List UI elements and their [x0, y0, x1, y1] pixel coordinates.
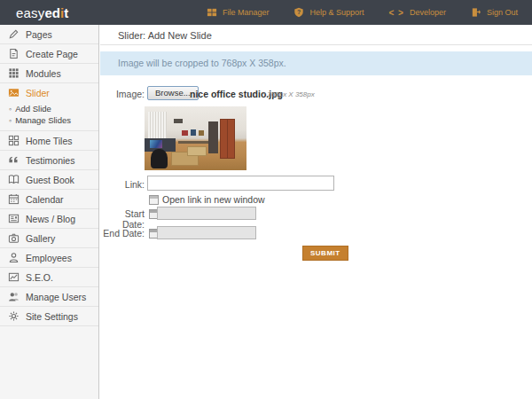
submit-button[interactable]: SUBMIT	[302, 246, 348, 261]
sidebar-item-label: Guest Book	[26, 175, 74, 185]
photo-chair	[151, 149, 168, 168]
sidebar-item-employees[interactable]: Employees	[0, 248, 98, 268]
sidebar-item-label: Testimonies	[26, 155, 74, 166]
sidebar: Pages Create Page Modules Slider ◦ Add S…	[0, 25, 99, 399]
sidebar-item-calendar[interactable]: Calendar	[0, 190, 98, 209]
info-banner: Image will be cropped to 768px X 358px.	[100, 51, 532, 75]
sign-out-button[interactable]: Sign Out	[471, 7, 518, 18]
link-label: Link:	[100, 179, 145, 190]
sidebar-item-testimonies[interactable]: Testimonies	[0, 151, 98, 170]
menu-item-label: Sign Out	[487, 8, 518, 17]
book-icon	[8, 174, 20, 185]
pencil-icon	[8, 28, 20, 40]
top-menu: File Manager ? Help & Support < > Develo…	[207, 7, 518, 18]
menu-item-label: File Manager	[223, 8, 270, 17]
photo-table	[178, 141, 208, 144]
tiles-icon	[8, 135, 20, 146]
photo-box	[187, 146, 207, 156]
sidebar-item-label: Create Page	[26, 49, 78, 59]
menu-item-label: Help & Support	[309, 8, 364, 17]
logo-text: easy	[16, 5, 45, 20]
sidebar-item-modules[interactable]: Modules	[0, 64, 98, 83]
sidebar-item-gallery[interactable]: Gallery	[0, 229, 98, 248]
link-input[interactable]	[147, 176, 334, 191]
sidebar-item-label: Pages	[26, 29, 52, 40]
menu-item-label: Developer	[410, 8, 446, 17]
page-icon	[8, 48, 20, 59]
bullet-icon: ◦	[9, 105, 12, 113]
calendar-icon	[8, 193, 20, 205]
sidebar-item-label: News / Blog	[26, 214, 75, 224]
developer-button[interactable]: < > Developer	[388, 8, 446, 18]
sidebar-item-label: Employees	[26, 253, 72, 263]
top-bar: easyedit File Manager ? Help & Support <…	[0, 0, 532, 25]
photo-window	[148, 112, 167, 141]
image-label: Image:	[100, 89, 145, 99]
bullet-icon: ◦	[9, 116, 12, 125]
open-new-window-checkbox[interactable]	[149, 195, 159, 205]
sidebar-item-label: S.E.O.	[26, 272, 53, 283]
gear-icon	[8, 310, 20, 322]
news-icon	[8, 213, 20, 224]
photo-monitor	[150, 140, 162, 148]
sidebar-item-seo[interactable]: S.E.O.	[0, 268, 98, 287]
person-icon	[8, 252, 20, 263]
sidebar-subitem-manage-slides[interactable]: ◦ Manage Slides	[9, 114, 98, 126]
easyedit-logo: easyedit	[16, 6, 68, 20]
shield-help-icon: ?	[293, 7, 304, 18]
image-icon	[8, 87, 20, 98]
sidebar-item-label: Site Settings	[26, 311, 78, 322]
open-new-window-label: Open link in new window	[162, 194, 265, 205]
sidebar-subitem-label: Manage Slides	[15, 115, 71, 125]
grid-icon	[207, 7, 217, 18]
photo-artwork	[174, 119, 183, 123]
sidebar-item-label: Modules	[26, 68, 61, 79]
end-date-label: End Date:	[100, 228, 145, 239]
camera-icon	[8, 232, 20, 244]
sidebar-item-label: Calendar	[26, 194, 64, 205]
page-title: Slider: Add New Slide	[100, 25, 532, 45]
sidebar-item-slider[interactable]: Slider	[0, 83, 98, 102]
sidebar-item-home-tiles[interactable]: Home Tiles	[0, 131, 98, 151]
start-date-label: Start Date:	[100, 208, 145, 230]
sidebar-subitem-add-slide[interactable]: ◦ Add Slide	[9, 103, 98, 114]
grid-icon	[8, 67, 20, 79]
sidebar-item-manage-users[interactable]: Manage Users	[0, 287, 98, 307]
sidebar-item-news-blog[interactable]: News / Blog	[0, 209, 98, 229]
quote-icon	[8, 154, 20, 166]
sidebar-item-site-settings[interactable]: Site Settings	[0, 307, 98, 326]
main-content: Slider: Add New Slide Image will be crop…	[100, 25, 532, 399]
sidebar-item-create-page[interactable]: Create Page	[0, 44, 98, 64]
sidebar-item-label: Slider	[26, 88, 50, 98]
sidebar-item-label: Home Tiles	[26, 136, 73, 146]
help-support-button[interactable]: ? Help & Support	[293, 7, 364, 18]
start-date-input[interactable]	[157, 207, 256, 220]
end-date-input[interactable]	[157, 226, 256, 239]
file-manager-button[interactable]: File Manager	[207, 7, 270, 18]
code-icon: < >	[388, 8, 403, 18]
image-size-note: * 768px X 358px	[262, 90, 315, 98]
photo-shelf	[208, 121, 218, 153]
sidebar-item-guest-book[interactable]: Guest Book	[0, 170, 98, 190]
sign-out-icon	[471, 7, 481, 18]
photo-artwork	[182, 130, 188, 136]
svg-text:?: ?	[297, 9, 301, 15]
users-icon	[8, 291, 20, 302]
chart-icon	[8, 271, 20, 283]
sidebar-subitem-label: Add Slide	[15, 104, 51, 113]
sidebar-item-label: Manage Users	[26, 292, 86, 302]
sidebar-item-label: Gallery	[26, 233, 55, 244]
slide-image-preview	[145, 106, 246, 170]
slider-submenu: ◦ Add Slide ◦ Manage Slides	[0, 102, 98, 131]
photo-artwork	[191, 129, 196, 136]
photo-artwork	[199, 130, 204, 136]
sidebar-item-pages[interactable]: Pages	[0, 25, 98, 44]
photo-door	[220, 119, 235, 159]
